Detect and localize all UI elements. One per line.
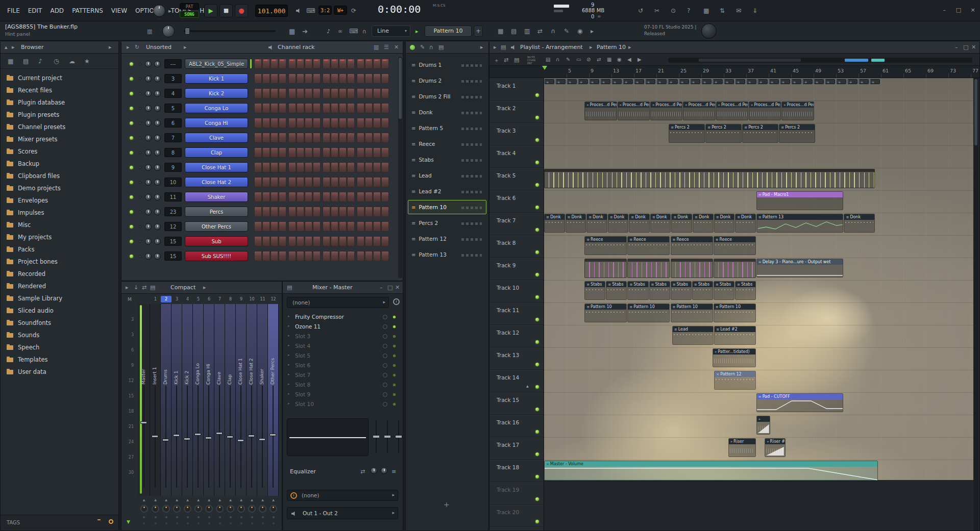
snap-magnet-icon[interactable]: ∩ [362,28,366,35]
drag-handle-icon[interactable]: ▥ [147,28,152,35]
channel-number[interactable]: 6 [164,118,182,128]
mixer-strip-close-hat-1[interactable]: Close Hat 1 [236,304,247,496]
clip-master-volume[interactable]: ∞Master - Volume [544,461,878,482]
clip-reece[interactable]: ≡Reece [627,236,670,255]
step-cell[interactable] [271,221,278,232]
strip-pan-knob[interactable] [227,505,234,513]
volume-knob[interactable] [154,253,161,260]
step-cell[interactable] [347,221,355,232]
strip-arm-icon[interactable]: ▲ [204,498,214,501]
mixer-strip-shaker[interactable]: Shaker [257,304,268,496]
step-cell[interactable] [271,207,278,217]
browser-item-packs[interactable]: Packs [1,243,119,256]
fader-handle[interactable] [237,439,244,442]
clip-mini[interactable]: ≡ [802,79,813,84]
clip-stabs[interactable]: ≡Stabs [584,281,605,300]
step-cell[interactable] [254,221,262,232]
step-cell[interactable] [254,192,262,202]
step-cell[interactable] [365,73,373,84]
strip-arm-icon[interactable]: ▲ [161,498,172,501]
step-cell[interactable] [313,147,321,158]
step-cell[interactable] [339,236,347,246]
pattern-item-lead[interactable]: ≡Lead [408,168,486,183]
browser-item-envelopes[interactable]: Envelopes [1,194,119,207]
step-cell[interactable] [373,177,381,187]
step-cell[interactable] [305,59,312,69]
step-cell[interactable] [381,162,389,172]
step-cell[interactable] [279,88,286,98]
fx-slot-1[interactable]: ▸Fruity Compressor [283,312,404,322]
strip-number[interactable]: 1 [150,296,161,302]
browser-item-recorded[interactable]: Recorded [1,268,119,280]
step-cell[interactable] [297,236,304,246]
channel-number[interactable]: 10 [164,178,182,187]
track-led[interactable] [535,250,539,254]
step-cell[interactable] [279,118,286,128]
menu-item-view[interactable]: VIEW [107,0,131,21]
step-cell[interactable] [271,236,278,246]
step-cell[interactable] [381,73,389,84]
pattern-magnet-icon[interactable]: ∩ [429,44,433,50]
clip-stabs[interactable]: ≡Stabs [714,281,734,300]
step-cell[interactable] [297,147,304,158]
rack-scroll-handle[interactable] [399,58,402,119]
strip-pan-knob[interactable] [173,505,181,513]
preview-tool-icon[interactable]: ▶ [638,57,642,62]
fader-handle[interactable] [205,437,212,439]
step-cell[interactable] [262,236,270,246]
channel-name-button[interactable]: Shaker [185,192,248,202]
step-cell[interactable] [288,88,296,98]
track-led[interactable] [535,430,539,434]
step-cell[interactable] [254,88,262,98]
channel-name-button[interactable]: Conga Lo [185,103,248,113]
plugin-selector[interactable]: (none) ▸ [287,297,389,308]
strip-arm-icon[interactable]: ▲ [225,498,236,501]
edit-icon[interactable]: ✎ [564,28,569,35]
step-cell[interactable] [313,118,321,128]
step-cell[interactable] [331,59,338,69]
step-cell[interactable] [254,207,262,217]
slice-tool-icon[interactable]: ▦ [607,57,611,62]
fader-handle[interactable] [140,421,147,424]
strip-pan-knob[interactable] [237,505,245,513]
clip-reece[interactable]: ≡Reece [671,236,713,255]
step-cell[interactable] [271,103,278,113]
step-cell[interactable] [373,73,381,84]
step-cell[interactable] [331,147,338,158]
strip-pan-knob[interactable] [270,505,277,513]
step-cell[interactable] [365,118,373,128]
clip-mini[interactable]: ≡ [611,79,622,84]
step-cell[interactable] [357,207,364,217]
channel-number[interactable]: 4 [164,89,182,98]
help-icon[interactable]: ? [687,7,690,14]
strip-pan-knob[interactable] [194,505,202,513]
step-cell[interactable] [305,177,312,187]
mixer-strip-drums[interactable]: Drums [161,304,172,496]
browser-item-misc[interactable]: Misc [1,219,119,231]
strip-number[interactable]: 2 [161,296,172,302]
step-cell[interactable] [271,59,278,69]
clip-ticks[interactable] [671,259,713,278]
step-cell[interactable] [347,73,355,84]
step-cell[interactable] [373,221,381,232]
fx-slot-6[interactable]: ▸Slot 6 [283,361,404,370]
fader-handle[interactable] [152,435,158,438]
step-cell[interactable] [288,73,296,84]
strip-number[interactable]: 11 [257,296,268,302]
step-cell[interactable] [339,133,347,143]
step-cell[interactable] [373,88,381,98]
slot-enable-led[interactable] [393,316,396,318]
clip-mini[interactable]: ≡ [724,79,734,84]
step-cell[interactable] [305,118,312,128]
strip-pan-knob[interactable] [184,505,191,513]
undo-icon[interactable]: ↺ [638,7,643,14]
strip-pan-knob[interactable] [152,505,159,513]
volume-knob[interactable] [154,135,161,141]
channel-mute-dot[interactable] [139,137,141,139]
clip-mini[interactable]: ≡ [757,79,768,84]
strip-led-dot[interactable] [219,516,221,518]
step-cell[interactable] [305,236,312,246]
track-led[interactable] [535,318,539,321]
pattern-item-drums-2-fill[interactable]: ≡Drums 2 Fill [408,89,486,104]
step-cell[interactable] [323,221,330,232]
